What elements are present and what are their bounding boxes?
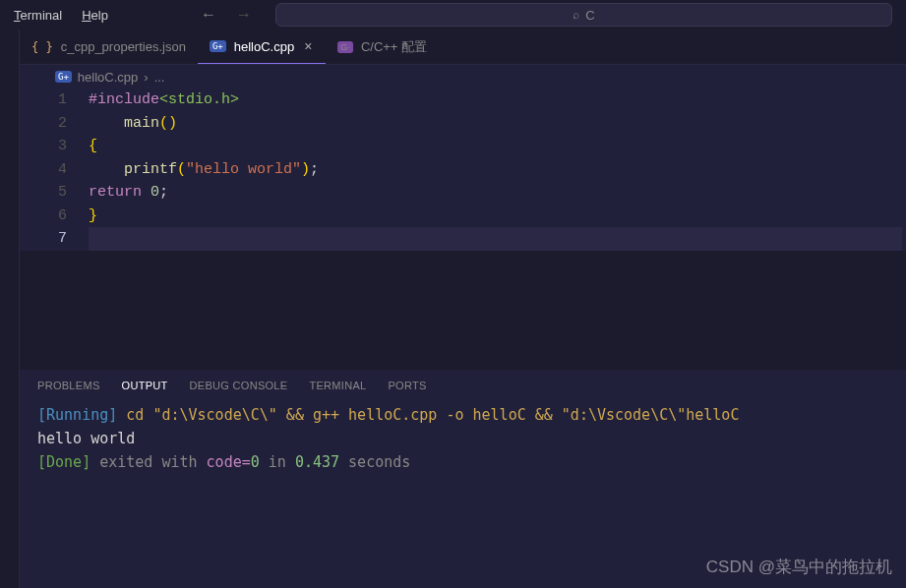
tab-label: C/C++ 配置 [361, 38, 427, 56]
breadcrumb-file: helloC.cpp [78, 70, 138, 85]
line-number: 3 [20, 135, 67, 158]
code-lines[interactable]: #include<stdio.h> main(){ printf("hello … [89, 88, 906, 251]
code-line[interactable]: printf("hello world"); [89, 158, 906, 182]
search-placeholder: C [585, 8, 594, 23]
json-icon [31, 40, 53, 54]
line-number: 4 [20, 158, 67, 182]
line-number-gutter: 1234567 [20, 88, 89, 251]
code-line[interactable]: #include<stdio.h> [89, 88, 906, 112]
panel-tab-ports[interactable]: PORTS [388, 380, 426, 391]
code-line[interactable]: { [89, 135, 906, 158]
close-icon[interactable]: × [302, 38, 314, 54]
nav-back-icon[interactable]: ← [197, 6, 220, 24]
code-line[interactable] [89, 227, 902, 251]
panel-tab-terminal[interactable]: TERMINAL [309, 380, 366, 391]
editor-tabs-bar: c_cpp_properties.jsonG+helloC.cpp×G·C/C+… [20, 29, 906, 65]
line-number: 2 [20, 112, 67, 136]
top-menubar: Terminal Help ← → ⌕ C [0, 0, 906, 29]
line-number: 7 [20, 227, 67, 251]
breadcrumb-separator-icon: › [144, 70, 148, 85]
editor-tab-helloC-cpp[interactable]: G+helloC.cpp× [198, 29, 326, 64]
cpp-icon: G+ [55, 71, 72, 83]
breadcrumb-more: ... [154, 70, 165, 85]
activity-bar-strip [0, 29, 20, 588]
line-number: 5 [20, 181, 67, 205]
breadcrumb[interactable]: G+ helloC.cpp › ... [20, 65, 906, 88]
code-editor[interactable]: 1234567 #include<stdio.h> main(){ printf… [20, 88, 906, 251]
output-panel-content[interactable]: [Running] cd "d:\Vscode\C\" && g++ hello… [20, 399, 906, 588]
cpp-icon: G+ [210, 40, 226, 52]
code-line[interactable]: return 0; [89, 181, 906, 205]
code-line[interactable]: } [89, 205, 906, 228]
editor-tab-C-C-[interactable]: G·C/C++ 配置 [326, 29, 439, 64]
nav-arrows: ← → [197, 6, 256, 24]
code-line[interactable]: main() [89, 112, 906, 136]
tab-label: helloC.cpp [234, 39, 294, 54]
panel-tab-output[interactable]: OUTPUT [122, 380, 168, 391]
line-number: 1 [20, 88, 67, 112]
menu-help[interactable]: Help [72, 4, 118, 27]
menu-terminal[interactable]: Terminal [4, 4, 72, 27]
command-center-search[interactable]: ⌕ C [275, 3, 892, 27]
panel-tab-problems[interactable]: PROBLEMS [37, 380, 100, 391]
search-icon: ⌕ [573, 8, 579, 22]
line-number: 6 [20, 205, 67, 228]
panel-tab-debug-console[interactable]: DEBUG CONSOLE [190, 380, 288, 391]
config-icon: G· [337, 41, 353, 53]
tab-label: c_cpp_properties.json [61, 39, 186, 54]
nav-forward-icon[interactable]: → [232, 6, 256, 24]
editor-tab-c-cpp-properties-json[interactable]: c_cpp_properties.json [20, 29, 198, 64]
bottom-panel: PROBLEMSOUTPUTDEBUG CONSOLETERMINALPORTS… [20, 370, 906, 588]
panel-tabs: PROBLEMSOUTPUTDEBUG CONSOLETERMINALPORTS [20, 370, 906, 399]
